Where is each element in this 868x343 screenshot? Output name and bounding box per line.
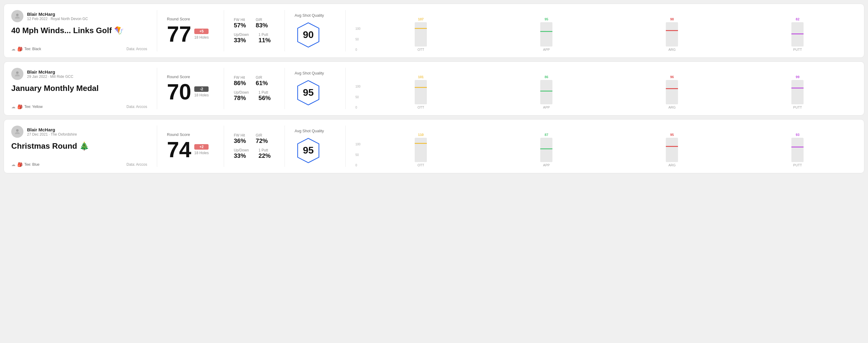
stats-row-top: FW Hit 36% GIR 72% bbox=[234, 133, 275, 145]
bar-ott bbox=[415, 22, 427, 46]
chart-label-arg: ARG bbox=[613, 105, 731, 109]
bar-line-app bbox=[540, 148, 552, 149]
fw-hit-label: FW Hit bbox=[234, 18, 246, 22]
bar-group-ott: 107 bbox=[362, 17, 480, 46]
bar-app bbox=[540, 138, 552, 162]
bar-line-ott bbox=[415, 143, 427, 144]
bar-fill-ott bbox=[415, 29, 427, 46]
chart-label-ott: OTT bbox=[362, 105, 480, 109]
score-main: 70 -2 18 Holes bbox=[167, 81, 214, 103]
bar-group-app: 95 bbox=[487, 17, 606, 46]
chart-label-arg: ARG bbox=[613, 48, 731, 52]
hexagon: 90 bbox=[294, 21, 322, 49]
data-source: Data: Arccos bbox=[126, 47, 147, 51]
user-header: Blair McHarg 29 Jan 2022 · Mill Ride GCC bbox=[11, 68, 147, 80]
fw-hit-label: FW Hit bbox=[234, 75, 246, 80]
round-card-round-1: Blair McHarg 12 Feb 2022 · Royal North D… bbox=[4, 4, 864, 58]
bar-line-ott bbox=[415, 87, 427, 88]
user-meta: 27 Dec 2021 · The Oxfordshire bbox=[27, 132, 77, 136]
user-info: Blair McHarg 27 Dec 2021 · The Oxfordshi… bbox=[27, 127, 77, 136]
bar-line-ott bbox=[415, 28, 427, 29]
stats-row-bottom: Up/Down 33% 1 Putt 22% bbox=[234, 148, 275, 159]
bar-line-arg bbox=[666, 88, 678, 89]
bar-line-app bbox=[540, 31, 552, 32]
bar-fill-arg bbox=[666, 89, 678, 104]
avatar bbox=[11, 10, 23, 22]
one-putt-value: 56% bbox=[258, 95, 271, 101]
bar-line-putt bbox=[792, 147, 804, 148]
tee-info: ☁ 🎒 Tee: Blue bbox=[11, 162, 39, 167]
hexagon-value: 95 bbox=[303, 145, 314, 156]
stat-one-putt: 1 Putt 56% bbox=[258, 90, 271, 101]
svg-point-2 bbox=[16, 71, 19, 74]
card-footer: ☁ 🎒 Tee: Blue Data: Arccos bbox=[11, 158, 147, 167]
bar-app bbox=[540, 80, 552, 104]
hexagon-wrap: 90 bbox=[294, 21, 322, 49]
stat-one-putt: 1 Putt 11% bbox=[258, 33, 271, 44]
bar-group-app: 87 bbox=[487, 133, 606, 162]
gir-label: GIR bbox=[256, 133, 268, 137]
chart-wrapper: 100 50 0 107 95 bbox=[355, 10, 857, 52]
stat-fw-hit: FW Hit 86% bbox=[234, 75, 246, 87]
bar-value-arg: 96 bbox=[670, 75, 674, 79]
chart-y-axis: 100 50 0 bbox=[355, 85, 361, 109]
gir-value: 83% bbox=[256, 22, 268, 29]
gir-value: 72% bbox=[256, 137, 268, 145]
bar-line-app bbox=[540, 91, 552, 92]
card-left-round-3: Blair McHarg 27 Dec 2021 · The Oxfordshi… bbox=[11, 126, 157, 167]
score-main: 74 +2 18 Holes bbox=[167, 139, 214, 161]
bar-group-app: 86 bbox=[487, 75, 606, 104]
fw-hit-value: 57% bbox=[234, 22, 246, 29]
chart-label-arg: ARG bbox=[613, 163, 731, 167]
bar-fill-ott bbox=[415, 88, 427, 104]
card-quality-round-2: Avg Shot Quality 95 bbox=[285, 68, 346, 109]
bar-group-ott: 101 bbox=[362, 75, 480, 104]
chart-wrapper: 100 50 0 101 86 bbox=[355, 68, 857, 109]
svg-point-4 bbox=[16, 129, 19, 132]
round-card-round-2: Blair McHarg 29 Jan 2022 · Mill Ride GCC… bbox=[4, 61, 864, 116]
bar-putt bbox=[792, 80, 804, 104]
card-score-round-2: Round Score 70 -2 18 Holes bbox=[157, 68, 224, 109]
chart-wrapper: 100 50 0 110 87 bbox=[355, 126, 857, 167]
bar-fill-arg bbox=[666, 147, 678, 162]
one-putt-label: 1 Putt bbox=[258, 90, 271, 95]
bar-fill-app bbox=[540, 149, 552, 162]
bar-value-arg: 98 bbox=[670, 17, 674, 21]
stat-gir: GIR 83% bbox=[256, 18, 268, 29]
score-badge-wrap: +2 18 Holes bbox=[194, 144, 209, 155]
score-diff-badge: +5 bbox=[194, 29, 209, 34]
chart-section: 100 50 0 110 87 bbox=[346, 126, 857, 167]
tee-label: Tee: Blue bbox=[24, 162, 39, 167]
bar-line-arg bbox=[666, 30, 678, 31]
card-left-round-2: Blair McHarg 29 Jan 2022 · Mill Ride GCC… bbox=[11, 68, 157, 109]
bag-icon: 🎒 bbox=[17, 162, 23, 167]
user-header: Blair McHarg 12 Feb 2022 · Royal North D… bbox=[11, 10, 147, 22]
y-label-100: 100 bbox=[355, 85, 361, 88]
data-source: Data: Arccos bbox=[126, 162, 147, 167]
user-header: Blair McHarg 27 Dec 2021 · The Oxfordshi… bbox=[11, 126, 147, 138]
round-card-round-3: Blair McHarg 27 Dec 2021 · The Oxfordshi… bbox=[4, 119, 864, 173]
fw-hit-label: FW Hit bbox=[234, 133, 246, 137]
card-stats-round-1: FW Hit 57% GIR 83% Up/Down 33% 1 Putt 11… bbox=[224, 10, 285, 52]
up-down-value: 33% bbox=[234, 37, 249, 44]
gir-label: GIR bbox=[256, 18, 268, 22]
chart-x-labels: OTTAPPARGPUTT bbox=[362, 105, 857, 109]
bar-fill-putt bbox=[792, 148, 804, 162]
user-meta: 29 Jan 2022 · Mill Ride GCC bbox=[27, 74, 73, 79]
tee-label: Tee: Black bbox=[24, 47, 41, 51]
round-title: January Monthly Medal bbox=[11, 84, 147, 93]
stats-row-top: FW Hit 86% GIR 61% bbox=[234, 75, 275, 87]
user-info: Blair McHarg 29 Jan 2022 · Mill Ride GCC bbox=[27, 69, 73, 79]
score-diff-badge: -2 bbox=[194, 86, 209, 92]
score-badge-wrap: +5 18 Holes bbox=[194, 29, 209, 39]
bar-value-putt: 93 bbox=[796, 133, 799, 136]
score-number: 70 bbox=[167, 81, 191, 103]
weather-icon: ☁ bbox=[11, 104, 16, 109]
y-label-50: 50 bbox=[355, 95, 361, 99]
bar-group-arg: 98 bbox=[613, 17, 731, 46]
tee-info: ☁ 🎒 Tee: Yellow bbox=[11, 104, 42, 109]
quality-label: Avg Shot Quality bbox=[294, 71, 324, 75]
bar-fill-app bbox=[540, 92, 552, 104]
one-putt-value: 11% bbox=[258, 37, 271, 44]
bar-putt bbox=[792, 22, 804, 46]
